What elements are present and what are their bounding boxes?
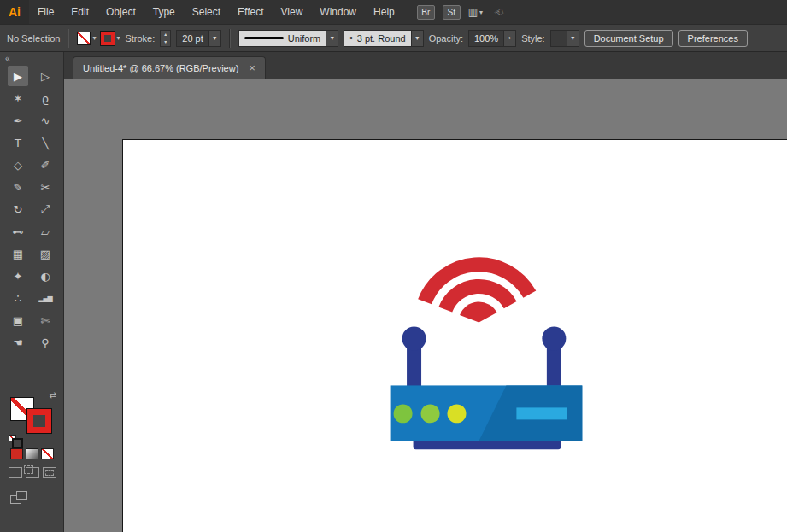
tools-panel: « ▶ ▷ ✶ ϱ ✒ ∿ T ╲ ◇ ✐ ✎ ✂ ↻ ⤢ ⊷ ▱ ▦ ▨ ✦: [0, 52, 64, 532]
document-tab-bar: Untitled-4* @ 66.67% (RGB/Preview) ×: [64, 52, 787, 79]
antenna-left-top[interactable]: [402, 327, 426, 351]
app-logo: Ai: [0, 0, 29, 24]
menu-effect[interactable]: Effect: [229, 0, 272, 24]
draw-normal-button[interactable]: [9, 467, 22, 478]
eyedropper-tool[interactable]: ✦: [8, 266, 28, 286]
menu-help[interactable]: Help: [365, 0, 403, 24]
brush-dropdown[interactable]: • 3 pt. Round ▾: [344, 30, 423, 47]
selection-status: No Selection: [7, 33, 60, 44]
none-button[interactable]: [41, 448, 54, 459]
workspace-grid-icon: ▥: [468, 6, 478, 18]
curvature-tool[interactable]: ∿: [35, 110, 56, 131]
chevron-right-icon: ›: [503, 31, 515, 46]
free-transform-tool[interactable]: ▱: [35, 221, 56, 242]
control-bar: No Selection ▾ ▾ Stroke: ▴ ▾ 20 pt ▾ Uni…: [0, 24, 787, 52]
menu-window[interactable]: Window: [311, 0, 365, 24]
antenna-right-top[interactable]: [542, 327, 566, 351]
magic-wand-tool[interactable]: ✶: [8, 88, 28, 108]
bridge-button[interactable]: Br: [417, 5, 435, 20]
document-setup-button[interactable]: Document Setup: [584, 30, 673, 47]
fill-stroke-indicator: ⇄: [9, 392, 56, 440]
line-segment-tool[interactable]: ╲: [35, 132, 56, 153]
document-tab[interactable]: Untitled-4* @ 66.67% (RGB/Preview) ×: [73, 56, 266, 79]
stroke-weight-dropdown[interactable]: 20 pt ▾: [176, 30, 220, 47]
brush-dot-icon: •: [349, 33, 353, 43]
scale-tool[interactable]: ⤢: [35, 199, 56, 219]
menu-file[interactable]: File: [29, 0, 62, 24]
chevron-down-icon: ▾: [326, 31, 338, 46]
style-dropdown[interactable]: ▾: [550, 30, 579, 47]
stepper-up-icon: ▴: [161, 31, 170, 38]
led-2[interactable]: [421, 404, 440, 423]
close-icon[interactable]: ×: [249, 62, 255, 73]
gradient-tool[interactable]: ▨: [35, 243, 56, 264]
style-value: [551, 31, 567, 46]
menu-view[interactable]: View: [273, 0, 312, 24]
workspace-switcher[interactable]: ▥ ▾: [468, 6, 483, 18]
zoom-tool[interactable]: ⚲: [35, 332, 56, 353]
screen-mode-button[interactable]: [10, 491, 29, 505]
fill-color-dropdown[interactable]: ▾: [77, 32, 96, 45]
paintbrush-tool[interactable]: ✐: [35, 155, 56, 175]
screen-mode-icon: [16, 491, 27, 500]
color-type-buttons: [10, 448, 63, 459]
menu-object[interactable]: Object: [97, 0, 144, 24]
stroke-weight-stepper[interactable]: ▴ ▾: [160, 30, 171, 47]
chevron-down-icon: ▾: [116, 34, 120, 42]
menu-select[interactable]: Select: [184, 0, 229, 24]
artboard[interactable]: [122, 139, 787, 532]
symbol-sprayer-tool[interactable]: ∴: [8, 288, 28, 308]
polygon-tool[interactable]: ◇: [8, 155, 28, 175]
scissors-tool[interactable]: ✂: [35, 177, 56, 197]
display-bar[interactable]: [516, 407, 567, 419]
tools-grid: ▶ ▷ ✶ ϱ ✒ ∿ T ╲ ◇ ✐ ✎ ✂ ↻ ⤢ ⊷ ▱ ▦ ▨ ✦ ◐: [0, 66, 63, 353]
hand-gesture-icon[interactable]: ☜: [491, 4, 506, 20]
panel-collapse-button[interactable]: «: [0, 52, 63, 66]
opacity-value: 100%: [469, 31, 503, 46]
width-tool[interactable]: ⊷: [8, 221, 28, 242]
led-1[interactable]: [394, 404, 413, 423]
opacity-label: Opacity:: [429, 33, 463, 44]
stroke-weight-value: 20 pt: [177, 31, 208, 46]
slice-tool[interactable]: ✄: [35, 310, 56, 330]
lasso-tool[interactable]: ϱ: [35, 88, 56, 108]
width-profile-dropdown[interactable]: Uniform ▾: [238, 30, 339, 47]
draw-behind-button[interactable]: [26, 467, 39, 478]
canvas-pasteboard[interactable]: [64, 79, 787, 532]
document-tab-title: Untitled-4* @ 66.67% (RGB/Preview): [83, 63, 238, 73]
stepper-down-icon: ▾: [161, 38, 170, 46]
wifi-signal[interactable]: [422, 261, 531, 326]
led-3[interactable]: [448, 404, 467, 423]
style-label: Style:: [521, 33, 545, 44]
color-button[interactable]: [10, 448, 23, 459]
swap-fill-stroke-icon[interactable]: ⇄: [50, 390, 56, 400]
divider: [68, 29, 69, 48]
menu-edit[interactable]: Edit: [62, 0, 97, 24]
stroke-color-dropdown[interactable]: ▾: [101, 32, 120, 45]
type-tool[interactable]: T: [8, 132, 28, 153]
selection-tool[interactable]: ▶: [8, 66, 28, 86]
pen-tool[interactable]: ✒: [8, 110, 28, 131]
default-fill-stroke-icon[interactable]: [9, 435, 16, 441]
draw-inside-button[interactable]: [43, 467, 56, 478]
illustrator-window: Ai File Edit Object Type Select Effect V…: [0, 0, 787, 532]
opacity-dropdown[interactable]: 100% ›: [468, 30, 516, 47]
rotate-tool[interactable]: ↻: [8, 199, 28, 219]
mesh-tool[interactable]: ▦: [8, 243, 28, 264]
menu-type[interactable]: Type: [144, 0, 184, 24]
wifi-router-artwork[interactable]: [123, 140, 787, 532]
hand-tool[interactable]: ☚: [8, 332, 28, 353]
artboard-tool[interactable]: ▣: [8, 310, 28, 330]
blend-tool[interactable]: ◐: [35, 266, 56, 286]
chevron-down-icon: ▾: [208, 31, 220, 46]
chevron-down-icon: ▾: [479, 9, 483, 16]
preferences-button[interactable]: Preferences: [678, 30, 748, 47]
column-graph-tool[interactable]: ▂▄▆: [35, 288, 56, 308]
stroke-indicator-red[interactable]: [27, 409, 51, 433]
stroke-profile-preview: [244, 37, 284, 39]
stock-button[interactable]: St: [443, 5, 461, 20]
direct-selection-tool[interactable]: ▷: [35, 66, 56, 86]
pencil-tool[interactable]: ✎: [8, 177, 28, 197]
wifi-inner-dot[interactable]: [459, 301, 497, 324]
gradient-button[interactable]: [26, 448, 38, 459]
